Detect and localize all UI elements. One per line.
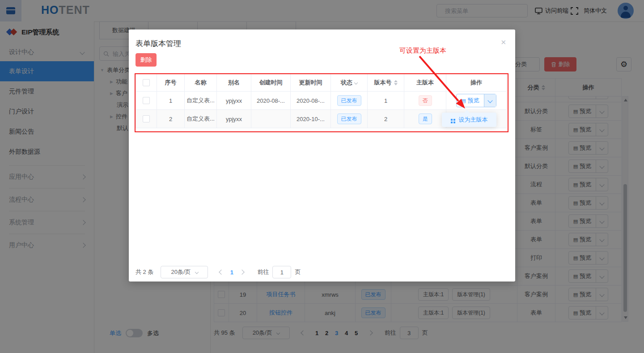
select-all-checkbox[interactable] [143,79,150,86]
status-badge: 已发布 [337,95,361,106]
goto-label: 前往 [257,268,269,276]
sort-icon[interactable] [394,80,398,85]
dialog-delete-button[interactable]: 删除 [136,53,157,67]
dialog-pagination: 共 2 条 20条/页 1 前往 页 [136,266,301,278]
main-version-badge: 否 [419,95,432,106]
status-badge: 已发布 [337,113,361,124]
column-header-status[interactable]: 状态 [331,74,368,92]
grid-icon [451,119,453,121]
dialog-title: 表单版本管理 [136,38,181,49]
column-header-version[interactable]: 版本号 [368,74,404,92]
chevron-down-icon[interactable] [484,94,496,107]
row-checkbox[interactable] [143,115,150,122]
page-1-active[interactable]: 1 [227,269,237,276]
page-unit-label: 页 [295,268,301,276]
main-version-badge: 是 [419,113,432,124]
version-table-header: 序号 名称 别名 创建时间 更新时间 状态 版本号 主版本 操作 [136,74,507,92]
prev-page-button[interactable] [216,270,227,274]
page-size-select[interactable]: 20条/页 [161,266,208,278]
close-icon[interactable]: ✕ [500,38,506,46]
row-checkbox[interactable] [143,97,150,104]
goto-page-input[interactable] [272,266,291,278]
preview-icon: ▤ [461,98,466,103]
form-version-dialog: 表单版本管理 ✕ 删除 序号 名称 别名 创建时间 更新时间 状态 版本号 主版… [129,29,515,282]
next-page-button[interactable] [237,270,247,274]
annotation-text: 可设置为主版本 [399,46,446,55]
total-count: 共 2 条 [136,268,153,276]
preview-dropdown-button[interactable]: ▤预览 [456,94,496,107]
version-row-1: 1 自定义表... ypjyxx 2020-08-... 2020-08-...… [136,92,507,110]
filter-icon[interactable] [354,81,358,84]
app-window: HOTENT 访问前端 简体中文 EIP管理系统 设计中心 表单设计 元件管理 … [0,0,644,353]
set-main-version-menu-item[interactable]: 设为主版本 [442,113,496,127]
